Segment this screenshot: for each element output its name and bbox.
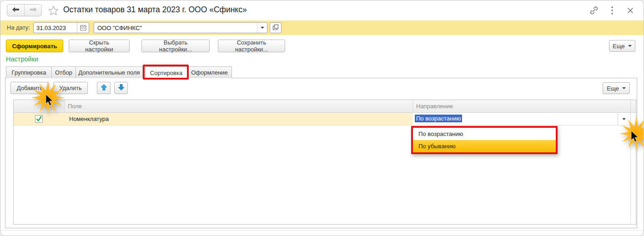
tab-grouping[interactable]: Группировка: [6, 66, 52, 78]
link-icon[interactable]: [588, 5, 600, 16]
organization-open-button[interactable]: [270, 22, 282, 33]
triangle-down-icon: [622, 87, 626, 89]
direction-edit-cell[interactable]: По возрастанию: [413, 113, 630, 126]
save-settings-button[interactable]: Сохранить настройки...: [218, 40, 285, 52]
hide-settings-label: Скрыть настройки: [75, 39, 124, 53]
tab-label: Сортировка: [150, 70, 182, 76]
move-down-button[interactable]: [114, 82, 128, 94]
delete-label: Удалить: [59, 85, 82, 91]
filter-bar: На дату:: [0, 20, 644, 35]
nav-button-group: [7, 4, 42, 16]
direction-dropdown-arrow-icon[interactable]: [618, 113, 630, 125]
organization-input[interactable]: [94, 23, 257, 33]
tab-additional-fields[interactable]: Дополнительные поля: [75, 66, 143, 78]
date-label: На дату:: [7, 24, 30, 31]
date-input[interactable]: [34, 23, 77, 33]
hide-settings-button[interactable]: Скрыть настройки: [69, 40, 130, 52]
sorting-table: Поле Направление Номенклатура По возраст…: [13, 100, 636, 225]
select-settings-button[interactable]: Выбрать настройки...: [141, 40, 210, 52]
select-settings-label: Выбрать настройки...: [147, 39, 204, 53]
back-button[interactable]: [7, 5, 25, 16]
move-up-button[interactable]: [97, 82, 111, 94]
save-settings-label: Сохранить настройки...: [224, 39, 279, 53]
column-header-direction: Направление: [416, 103, 453, 110]
dropdown-option-ascending[interactable]: По возрастанию: [413, 128, 556, 140]
titlebar: Остатки товаров 31 марта 2023 г. ООО «Сф…: [0, 0, 644, 20]
more-label: Еще: [607, 85, 619, 92]
window-more-icon[interactable]: [606, 5, 618, 16]
arrow-right-icon: [30, 7, 37, 14]
bottom-divider: [0, 230, 644, 231]
more-button-panel[interactable]: Еще: [603, 82, 630, 94]
generate-label: Сформировать: [12, 43, 57, 50]
report-window: Остатки товаров 31 марта 2023 г. ООО «Сф…: [0, 0, 644, 236]
overlapping-squares-icon: [272, 24, 279, 32]
column-header-field: Поле: [68, 103, 82, 110]
dropdown-option-descending[interactable]: По убыванию: [413, 140, 556, 152]
close-icon[interactable]: [624, 5, 636, 16]
blue-arrow-down-icon: [118, 84, 125, 92]
arrow-left-icon: [12, 7, 20, 14]
blue-arrow-up-icon: [101, 84, 107, 92]
favorite-star-icon[interactable]: [47, 4, 60, 17]
more-label: Еще: [613, 43, 624, 50]
date-control: [33, 22, 89, 33]
tab-label: Группировка: [12, 69, 46, 76]
calendar-icon[interactable]: [77, 23, 89, 33]
tab-appearance[interactable]: Оформление: [187, 66, 232, 78]
forward-button[interactable]: [25, 5, 41, 16]
green-checkmark-icon: [35, 116, 42, 124]
add-label: Добавить: [17, 85, 43, 91]
triangle-down-icon: [628, 45, 632, 47]
settings-section-title: Настройки: [6, 55, 38, 63]
tab-label: Дополнительные поля: [78, 69, 140, 76]
tab-label: Оформление: [191, 69, 228, 76]
table-row[interactable]: Номенклатура По возрастанию: [14, 113, 636, 126]
tab-sorting[interactable]: Сортировка: [145, 66, 187, 79]
column-divider: [64, 100, 65, 113]
organization-dropdown-arrow-icon[interactable]: [257, 23, 267, 33]
page-title: Остатки товаров 31 марта 2023 г. ООО «Сф…: [63, 5, 247, 15]
table-header-row: Поле Направление: [14, 100, 636, 113]
direction-dropdown-list: По возрастанию По убыванию: [411, 126, 558, 154]
row-checkbox[interactable]: [35, 115, 43, 123]
column-divider: [413, 100, 413, 113]
more-button-top[interactable]: Еще: [609, 40, 635, 52]
row-field-value: Номенклатура: [69, 115, 109, 122]
direction-value-selected-text: По возрастанию: [415, 115, 462, 122]
add-button[interactable]: Добавить: [10, 82, 49, 94]
generate-button[interactable]: Сформировать: [6, 40, 63, 52]
tab-label: Отбор: [55, 69, 72, 76]
organization-control: [94, 22, 267, 33]
tab-filter[interactable]: Отбор: [51, 66, 76, 78]
delete-button[interactable]: Удалить: [53, 82, 88, 94]
